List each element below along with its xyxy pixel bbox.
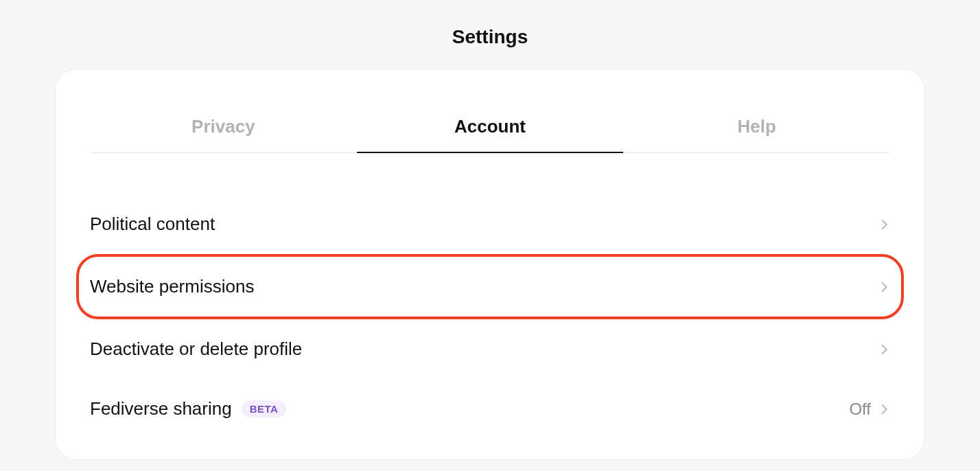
row-label-text: Political content: [90, 214, 215, 235]
settings-card: Privacy Account Help Political content W…: [55, 69, 925, 460]
chevron-right-icon: [878, 343, 890, 356]
page-title: Settings: [0, 0, 980, 69]
row-label-text: Website permissions: [90, 276, 254, 297]
row-political-content[interactable]: Political content: [90, 194, 890, 254]
chevron-right-icon: [878, 403, 890, 415]
row-fediverse-sharing[interactable]: Fediverse sharing BETA Off: [90, 379, 890, 439]
tab-help[interactable]: Help: [623, 104, 890, 152]
tab-account[interactable]: Account: [357, 104, 624, 152]
tab-privacy[interactable]: Privacy: [90, 104, 357, 152]
row-label-text: Fediverse sharing: [90, 398, 232, 420]
chevron-right-icon: [878, 218, 890, 231]
row-label-text: Deactivate or delete profile: [90, 338, 302, 360]
row-website-permissions[interactable]: Website permissions: [76, 254, 904, 319]
beta-badge: BETA: [242, 400, 287, 417]
settings-list: Political content Website permissions De…: [90, 153, 890, 439]
tabs-bar: Privacy Account Help: [90, 104, 890, 153]
row-deactivate-delete[interactable]: Deactivate or delete profile: [90, 319, 890, 379]
chevron-right-icon: [878, 281, 890, 293]
row-value: Off: [849, 400, 871, 419]
